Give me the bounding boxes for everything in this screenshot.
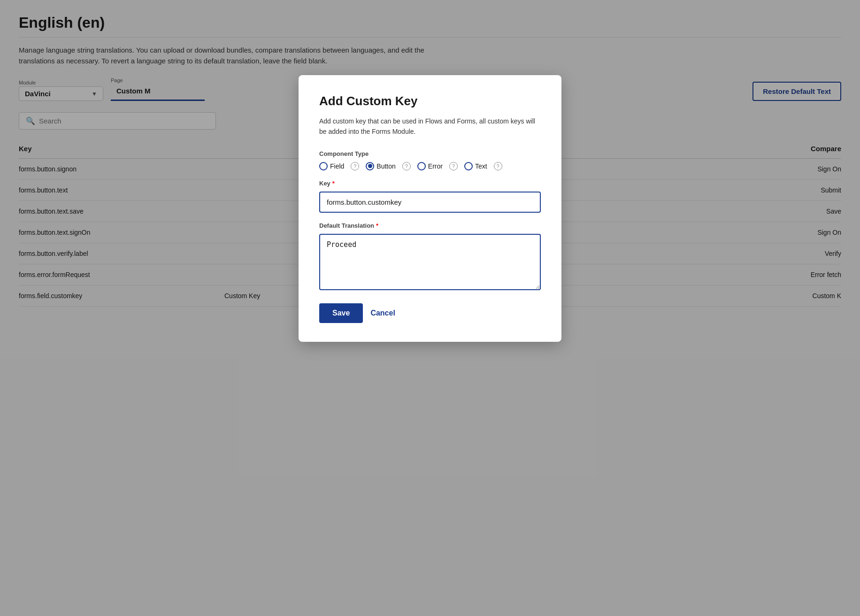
radio-circle-error bbox=[417, 162, 426, 170]
translation-required-star: * bbox=[376, 222, 378, 229]
radio-label-button: Button bbox=[376, 162, 395, 170]
radio-label-field: Field bbox=[330, 162, 344, 170]
modal-actions: Save Cancel bbox=[319, 303, 541, 323]
default-translation-label: Default Translation * bbox=[319, 222, 541, 229]
default-translation-section: Default Translation * Proceed bbox=[319, 222, 541, 290]
radio-circle-button bbox=[366, 162, 374, 170]
component-type-radio-group: Field ? Button ? Error ? Text ? bbox=[319, 162, 541, 170]
radio-field[interactable]: Field bbox=[319, 162, 344, 170]
default-translation-textarea[interactable]: Proceed bbox=[319, 234, 541, 290]
radio-circle-field bbox=[319, 162, 328, 170]
radio-button[interactable]: Button bbox=[366, 162, 395, 170]
key-field-label: Key * bbox=[319, 180, 541, 187]
radio-error[interactable]: Error bbox=[417, 162, 443, 170]
cancel-button[interactable]: Cancel bbox=[370, 309, 395, 317]
modal-title: Add Custom Key bbox=[319, 94, 541, 108]
save-button[interactable]: Save bbox=[319, 303, 363, 323]
key-field-section: Key * bbox=[319, 180, 541, 213]
key-input[interactable] bbox=[319, 192, 541, 213]
radio-label-error: Error bbox=[428, 162, 443, 170]
radio-text[interactable]: Text bbox=[464, 162, 487, 170]
help-icon-field[interactable]: ? bbox=[351, 162, 359, 170]
help-icon-text[interactable]: ? bbox=[494, 162, 502, 170]
help-icon-error[interactable]: ? bbox=[449, 162, 458, 170]
radio-circle-text bbox=[464, 162, 473, 170]
modal-overlay: Add Custom Key Add custom key that can b… bbox=[0, 0, 860, 616]
modal-description: Add custom key that can be used in Flows… bbox=[319, 116, 541, 137]
help-icon-button[interactable]: ? bbox=[402, 162, 411, 170]
key-required-star: * bbox=[332, 180, 335, 187]
add-custom-key-modal: Add Custom Key Add custom key that can b… bbox=[299, 75, 561, 342]
component-type-section: Component Type Field ? Button ? Error ? bbox=[319, 150, 541, 170]
component-type-label: Component Type bbox=[319, 150, 541, 157]
radio-label-text: Text bbox=[475, 162, 487, 170]
